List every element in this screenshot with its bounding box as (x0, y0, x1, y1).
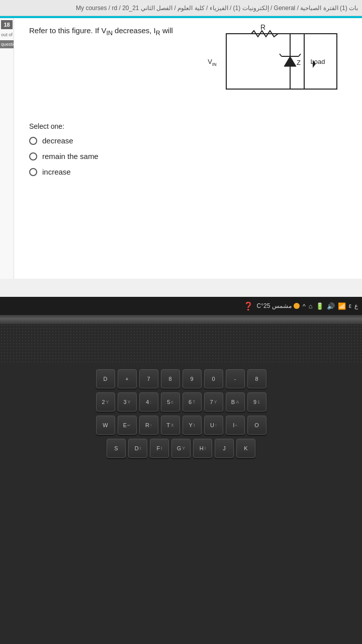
taskbar-epsilon: ε (349, 302, 351, 309)
option-remain[interactable]: remain the same (29, 152, 347, 160)
key-6[interactable]: 67 (183, 392, 202, 412)
key-r[interactable]: R↑ (139, 416, 158, 435)
weather-icon (294, 303, 300, 309)
speaker-dots (0, 324, 362, 364)
screen-area: بات (1) القترة الصباحية / General / إلكت… (0, 0, 362, 297)
option-decrease-label: decrease (42, 136, 73, 145)
key-plus[interactable]: + (118, 369, 137, 388)
select-label: Select one: (29, 122, 347, 130)
keyboard-row-1: D + 7 8 9 0 - 8 (10, 369, 352, 388)
key-o[interactable]: O (247, 416, 266, 435)
keyboard-row-2: 2Y 3Y 4: 5c 67 7Y BA 91 (10, 392, 352, 412)
circuit-diagram: R VIN (206, 24, 347, 99)
key-d[interactable]: D (96, 369, 115, 388)
svg-marker-5 (284, 56, 296, 66)
taskbar-network-icon: 📶 (338, 302, 346, 310)
taskbar: ع ε 📶 🔊 🔋 ⌂ ^ مشمس 25°C ❓ (0, 297, 362, 315)
keyboard-row-4: S DI FI GY HI J K (10, 439, 352, 458)
radio-increase[interactable] (29, 168, 37, 176)
breadcrumb: بات (1) القترة الصباحية / General / إلكت… (76, 5, 358, 12)
key-e[interactable]: E↵ (118, 416, 137, 435)
key-minus[interactable]: - (226, 369, 245, 388)
taskbar-weather: مشمس 25°C (256, 302, 299, 309)
key-0[interactable]: 0 (204, 369, 223, 388)
keyboard: D + 7 8 9 0 - 8 2Y 3Y 4: 5c 67 (0, 364, 362, 644)
taskbar-lang: ع (354, 302, 358, 309)
key-8[interactable]: 8 (161, 369, 180, 388)
question-number: 18 (1, 20, 12, 29)
radio-decrease[interactable] (29, 137, 37, 145)
key-5[interactable]: 5c (161, 392, 180, 412)
key-t[interactable]: TX (161, 416, 180, 435)
vin-label: VIN (208, 58, 217, 67)
option-increase-label: increase (42, 168, 71, 176)
key-9b[interactable]: 91 (247, 392, 266, 412)
key-g[interactable]: GY (171, 439, 191, 458)
breadcrumb-bar: بات (1) القترة الصباحية / General / إلكت… (0, 0, 362, 16)
key-y[interactable]: YI (183, 416, 202, 435)
question-area: Refer to this figure. If VIN decreases, … (14, 16, 362, 279)
main-content: 18 out of question Refer to this figure.… (0, 16, 362, 279)
option-remain-label: remain the same (42, 152, 99, 160)
key-i[interactable]: I+ (226, 416, 245, 435)
taskbar-help-icon[interactable]: ❓ (243, 301, 253, 311)
key-df[interactable]: DI (128, 439, 147, 458)
key-7b[interactable]: 7Y (204, 392, 223, 412)
taskbar-arrow-icon: ⌂ (309, 302, 313, 310)
svg-line-7 (280, 54, 282, 56)
key-u[interactable]: U↑ (204, 416, 223, 435)
taskbar-caret-icon: ^ (303, 302, 306, 310)
key-4[interactable]: 4: (139, 392, 158, 412)
key-9[interactable]: 9 (183, 369, 202, 388)
key-j[interactable]: J (215, 439, 234, 458)
key-num8[interactable]: 8 (247, 369, 266, 388)
svg-line-8 (299, 54, 301, 56)
option-increase[interactable]: increase (29, 168, 347, 176)
key-f[interactable]: FI (150, 439, 169, 458)
hinge (0, 315, 362, 324)
option-decrease[interactable]: decrease (29, 136, 347, 145)
radio-remain[interactable] (29, 152, 37, 160)
laptop-body: D + 7 8 9 0 - 8 2Y 3Y 4: 5c 67 (0, 315, 362, 644)
z-label: Z (297, 59, 301, 66)
key-h[interactable]: HI (193, 439, 212, 458)
out-of-label: out of (0, 31, 14, 38)
speaker-grille (0, 324, 362, 364)
load-label: Load (311, 58, 325, 65)
keyboard-row-3: W E↵ R↑ TX YI U↑ I+ O (10, 416, 352, 435)
key-7[interactable]: 7 (139, 369, 158, 388)
key-w[interactable]: W (96, 416, 115, 435)
key-k[interactable]: K (236, 439, 255, 458)
weather-text: مشمس 25°C (256, 302, 291, 309)
r-label: R (260, 24, 265, 31)
question-label[interactable]: question (0, 40, 14, 48)
key-b[interactable]: BA (226, 392, 245, 412)
key-2[interactable]: 2Y (96, 392, 115, 412)
key-s[interactable]: S (107, 439, 126, 458)
taskbar-battery-icon: 🔋 (316, 302, 324, 310)
key-3[interactable]: 3Y (118, 392, 137, 412)
taskbar-volume-icon: 🔊 (327, 302, 335, 310)
left-sidebar: 18 out of question (0, 16, 14, 279)
options-list: decrease remain the same increase (29, 136, 347, 176)
